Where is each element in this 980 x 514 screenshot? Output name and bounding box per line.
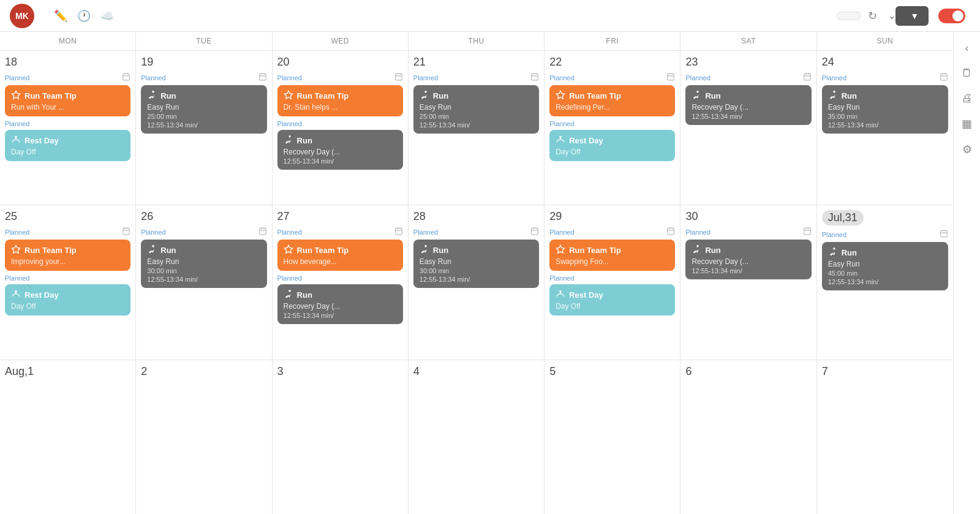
activity-card[interactable]: Rest DayDay Off <box>5 130 130 161</box>
note-icon[interactable]: 🗒 <box>962 67 973 80</box>
section-label: Planned <box>413 72 539 83</box>
activity-card[interactable]: Rest DayDay Off <box>549 284 675 316</box>
section-label: Planned <box>549 274 675 282</box>
cloud-icon[interactable]: ☁️ <box>100 9 114 23</box>
svg-point-14 <box>697 91 698 93</box>
activity-card[interactable]: RunRecovery Day (...12:55-13:34 min/ <box>685 240 811 279</box>
svg-rect-22 <box>396 229 402 235</box>
day-number: 18 <box>5 56 130 69</box>
svg-marker-18 <box>12 246 20 254</box>
day-cell-2-3: 4 <box>409 360 545 514</box>
activity-card[interactable]: Run Team TipSwapping Foo... <box>549 240 675 271</box>
card-detail-duration: 25:00 min <box>147 113 260 120</box>
calendar-icon <box>666 227 675 237</box>
day-cell-1-3: 28PlannedRunEasy Run30:00 min12:55-13:34… <box>409 205 545 359</box>
app-header: MK ✏️ 🕐 ☁️ ↻ ⌄ ▼ <box>0 0 980 32</box>
day-cell-1-6: Jul,31PlannedRunEasy Run45:00 min12:55-1… <box>817 205 953 359</box>
calendar-main: MON TUE WED THU FRI SAT SUN 18PlannedRun… <box>0 32 953 514</box>
card-subtitle: Recovery Day (... <box>692 257 805 266</box>
svg-rect-13 <box>804 74 810 80</box>
activity-card[interactable]: Run Team TipRun with Your ... <box>5 85 130 116</box>
beta-toggle[interactable] <box>938 9 965 23</box>
calendar-icon <box>803 227 812 237</box>
calendar-container: MON TUE WED THU FRI SAT SUN 18PlannedRun… <box>0 32 980 514</box>
day-number: 28 <box>413 210 539 223</box>
star-icon <box>11 244 21 256</box>
activity-card[interactable]: RunEasy Run30:00 min12:55-13:34 min/ <box>141 240 266 288</box>
card-detail-pace: 12:55-13:34 min/ <box>420 276 533 283</box>
svg-point-26 <box>425 246 426 247</box>
day-cell-0-2: 20PlannedRun Team TipDr. Stan helps ...P… <box>273 51 409 205</box>
section-label: Planned <box>5 72 130 83</box>
calendar-icon <box>803 72 812 83</box>
card-title: Run <box>433 91 448 100</box>
section-label: Planned <box>549 227 675 237</box>
section-label: Planned <box>277 72 403 83</box>
svg-point-29 <box>560 291 562 292</box>
edit-icon[interactable]: ✏️ <box>54 9 67 23</box>
activity-card[interactable]: RunEasy Run45:00 min12:55-13:34 min/ <box>822 242 948 290</box>
section-label: Planned <box>277 227 403 237</box>
svg-point-9 <box>425 91 426 93</box>
day-cell-0-3: 21PlannedRunEasy Run25:00 min12:55-13:34… <box>409 51 545 205</box>
clock-icon[interactable]: 🕐 <box>77 9 91 23</box>
card-title: Run <box>433 246 448 255</box>
nav-prev-icon[interactable]: ‹ <box>965 42 969 55</box>
card-title: Run <box>842 248 857 257</box>
day-cell-1-0: 25PlannedRun Team TipImproving your...Pl… <box>0 205 136 359</box>
day-number: 20 <box>277 56 403 69</box>
card-subtitle: Dr. Stan helps ... <box>284 103 397 111</box>
activity-card[interactable]: RunEasy Run35:00 min12:55-13:34 min/ <box>822 85 948 134</box>
svg-rect-10 <box>668 74 674 80</box>
card-title: Run Team Tip <box>24 246 77 255</box>
activity-card[interactable]: RunRecovery Day (...12:55-13:34 min/ <box>277 130 403 170</box>
activity-card[interactable]: Run Team TipImproving your... <box>5 240 130 271</box>
card-detail-duration: 45:00 min <box>828 270 942 277</box>
calendar-row-1: 25PlannedRun Team TipImproving your...Pl… <box>0 205 953 360</box>
svg-marker-6 <box>284 91 292 99</box>
section-label: Planned <box>822 72 948 83</box>
calendar-icon <box>122 227 130 237</box>
activity-card[interactable]: Run Team TipRedefining Per... <box>549 85 675 116</box>
activity-card[interactable]: RunEasy Run25:00 min12:55-13:34 min/ <box>141 85 266 134</box>
grid-icon[interactable]: ▦ <box>962 117 972 130</box>
card-title: Run <box>842 91 857 100</box>
activity-card[interactable]: Rest DayDay Off <box>5 284 130 316</box>
day-cell-1-2: 27PlannedRun Team TipHow beverage...Plan… <box>273 205 409 359</box>
chevron-down-icon[interactable]: ⌄ <box>888 11 895 21</box>
card-subtitle: Easy Run <box>147 103 260 111</box>
card-subtitle: Day Off <box>11 148 124 156</box>
day-number: 4 <box>413 365 539 378</box>
card-title: Rest Day <box>569 290 603 300</box>
activity-card[interactable]: Rest DayDay Off <box>549 130 675 161</box>
calendar-icon <box>940 72 948 83</box>
day-cell-1-1: 26PlannedRunEasy Run30:00 min12:55-13:34… <box>136 205 272 359</box>
day-header-sun: SUN <box>817 32 953 50</box>
day-number: Aug,1 <box>5 365 130 378</box>
svg-rect-25 <box>532 229 538 235</box>
svg-point-24 <box>289 290 290 292</box>
activity-card[interactable]: RunEasy Run25:00 min12:55-13:34 min/ <box>413 85 539 134</box>
svg-point-21 <box>153 246 154 247</box>
activity-card[interactable]: RunRecovery Day (...12:55-13:34 min/ <box>685 85 811 125</box>
month-title: ⌄ <box>884 11 895 21</box>
today-button[interactable] <box>837 12 861 20</box>
avatar: MK <box>10 4 34 28</box>
day-cell-2-4: 5 <box>545 360 680 514</box>
refresh-icon[interactable]: ↻ <box>868 9 877 23</box>
card-title: Run <box>705 91 720 100</box>
day-number: 29 <box>549 210 675 223</box>
card-subtitle: Day Off <box>11 302 124 311</box>
activity-type-button[interactable]: ▼ <box>895 6 929 26</box>
activity-card[interactable]: Run Team TipDr. Stan helps ... <box>277 85 403 116</box>
card-title: Run Team Tip <box>297 246 349 255</box>
svg-rect-32 <box>941 231 948 238</box>
activity-card[interactable]: Run Team TipHow beverage... <box>277 240 403 271</box>
activity-card[interactable]: RunRecovery Day (...12:55-13:34 min/ <box>277 284 403 324</box>
card-subtitle: Improving your... <box>11 257 124 266</box>
activity-card[interactable]: RunEasy Run30:00 min12:55-13:34 min/ <box>413 240 539 288</box>
run-icon <box>828 247 838 259</box>
print-icon[interactable]: 🖨 <box>962 92 973 105</box>
section-label: Planned <box>549 72 675 83</box>
settings-icon[interactable]: ⚙ <box>962 143 972 156</box>
